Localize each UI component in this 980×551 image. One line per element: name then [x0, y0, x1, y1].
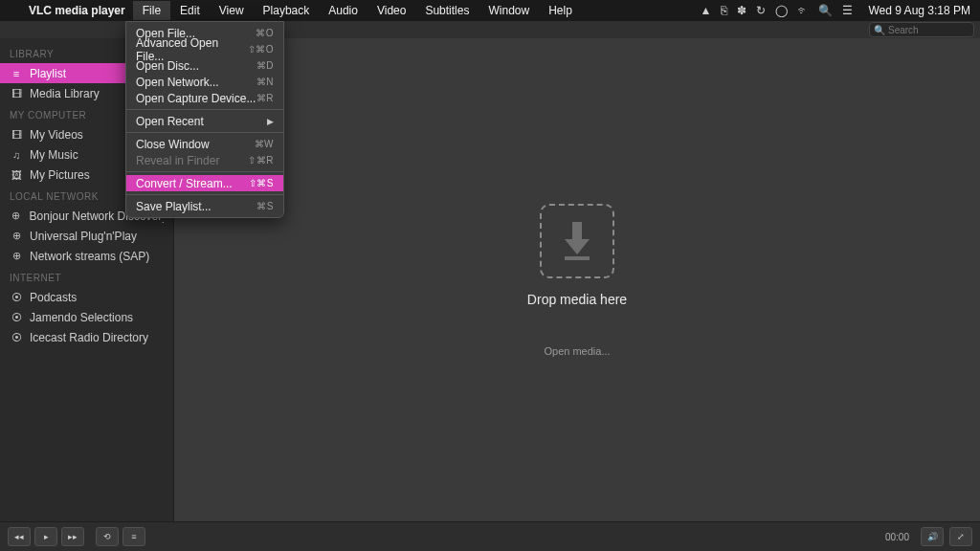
menu-item-shortcut: ⌘S	[256, 201, 274, 211]
playback-controls: ◂◂ ▸ ▸▸ ⟲ ≡ 00:00 🔊 ⤢	[0, 521, 980, 551]
menu-item-label: Convert / Stream...	[136, 177, 233, 190]
menu-item-label: Save Playlist...	[136, 200, 212, 213]
sidebar-item-label: Playlist	[30, 67, 66, 80]
clock[interactable]: Wed 9 Aug 3:18 PM	[868, 4, 970, 17]
menu-item-open-recent[interactable]: Open Recent▶	[126, 113, 283, 129]
menu-item-shortcut: ⌘W	[255, 139, 274, 149]
drop-zone-box	[540, 204, 614, 278]
submenu-arrow-icon: ▶	[267, 117, 274, 126]
user-icon[interactable]: ◯	[775, 4, 788, 17]
sidebar-item-label: My Pictures	[30, 168, 90, 182]
globe-icon: ⊕	[10, 250, 23, 262]
menu-item-shortcut: ⇧⌘S	[249, 178, 274, 188]
menu-item-advanced-open-file[interactable]: Advanced Open File...⇧⌘O	[126, 41, 283, 57]
menu-view[interactable]: View	[210, 1, 254, 20]
film-icon: 🎞	[10, 129, 23, 141]
spotlight-icon[interactable]: 🔍	[818, 4, 833, 17]
sidebar-item-label: Icecast Radio Directory	[30, 331, 148, 344]
drop-zone[interactable]: Drop media here Open media...	[527, 204, 627, 357]
volume-button[interactable]: 🔊	[921, 527, 944, 546]
sidebar-item-label: Universal Plug'n'Play	[30, 230, 137, 243]
list-icon: ≡	[10, 68, 23, 79]
sync-icon[interactable]: ↻	[756, 4, 766, 17]
globe-icon: ⊕	[10, 230, 23, 242]
menu-item-label: Open Disc...	[136, 59, 199, 73]
sidebar-item-icecast-radio-directory[interactable]: ⦿Icecast Radio Directory	[0, 327, 173, 347]
previous-button[interactable]: ◂◂	[8, 527, 31, 546]
music-icon: ♫	[10, 149, 23, 161]
menu-separator	[126, 194, 283, 195]
sidebar-item-label: Media Library	[30, 87, 100, 100]
wifi-icon[interactable]: ᯤ	[797, 4, 809, 17]
sidebar-item-label: Jamendo Selections	[30, 311, 133, 324]
globe-icon: ⊕	[10, 209, 23, 222]
menu-separator	[126, 109, 283, 110]
open-media-link[interactable]: Open media...	[544, 345, 610, 357]
menu-item-shortcut: ⌘O	[256, 28, 274, 38]
menu-item-reveal-in-finder: Reveal in Finder⇧⌘R	[126, 152, 283, 168]
menu-item-close-window[interactable]: Close Window⌘W	[126, 136, 283, 152]
repeat-button[interactable]: ⟲	[96, 527, 119, 546]
menu-item-label: Open Recent	[136, 115, 204, 128]
menu-video[interactable]: Video	[368, 1, 415, 20]
playlist-view-button[interactable]: ≡	[122, 527, 145, 546]
download-arrow-icon	[561, 222, 593, 260]
menu-separator	[126, 171, 283, 172]
play-button[interactable]: ▸	[34, 527, 57, 546]
sidebar-item-jamendo-selections[interactable]: ⦿Jamendo Selections	[0, 307, 173, 327]
drop-title: Drop media here	[527, 292, 627, 307]
fullscreen-button[interactable]: ⤢	[949, 527, 972, 546]
bluetooth-off-icon[interactable]: ✽	[737, 4, 746, 17]
menu-item-shortcut: ⇧⌘O	[248, 44, 274, 55]
search-icon: 🔍	[874, 25, 885, 35]
sidebar-item-label: Network streams (SAP)	[30, 250, 149, 263]
menu-item-shortcut: ⌘N	[256, 77, 274, 87]
next-button[interactable]: ▸▸	[61, 527, 84, 546]
menu-item-open-capture-device[interactable]: Open Capture Device...⌘R	[126, 90, 283, 106]
sidebar-item-label: Podcasts	[30, 291, 77, 304]
file-menu-dropdown: Open File...⌘OAdvanced Open File...⇧⌘OOp…	[125, 21, 284, 218]
menu-item-label: Open Network...	[136, 76, 219, 89]
time-display: 00:00	[885, 532, 909, 542]
content-area: Drop media here Open media...	[174, 38, 980, 521]
menu-audio[interactable]: Audio	[319, 1, 368, 20]
control-center-icon[interactable]: ☰	[842, 4, 853, 17]
menu-item-label: Reveal in Finder	[136, 154, 219, 167]
menu-window[interactable]: Window	[479, 1, 539, 20]
podcast-icon: ⦿	[10, 292, 23, 303]
menu-item-label: Open Capture Device...	[136, 92, 256, 105]
image-icon: 🖼	[10, 169, 23, 181]
menu-item-label: Close Window	[136, 138, 210, 151]
menu-item-save-playlist[interactable]: Save Playlist...⌘S	[126, 198, 283, 214]
menubar-status-area: ▲ ⎘ ✽ ↻ ◯ ᯤ 🔍 ☰ Wed 9 Aug 3:18 PM	[701, 4, 980, 17]
menu-item-shortcut: ⌘R	[256, 93, 274, 103]
attachment-icon[interactable]: ⎘	[721, 4, 727, 17]
sidebar-item-universal-plug-n-play[interactable]: ⊕Universal Plug'n'Play	[0, 226, 173, 246]
app-name[interactable]: VLC media player	[21, 4, 133, 17]
sidebar-item-network-streams-sap-[interactable]: ⊕Network streams (SAP)	[0, 246, 173, 266]
podcast-icon: ⦿	[10, 332, 23, 343]
menu-item-shortcut: ⇧⌘R	[248, 155, 274, 165]
menu-item-convert-stream[interactable]: Convert / Stream...⇧⌘S	[126, 175, 283, 191]
menu-playback[interactable]: Playback	[254, 1, 320, 20]
search-field[interactable]: 🔍	[869, 22, 974, 37]
menu-edit[interactable]: Edit	[170, 1, 210, 20]
menu-subtitles[interactable]: Subtitles	[415, 1, 479, 20]
menu-item-open-network[interactable]: Open Network...⌘N	[126, 74, 283, 90]
menu-file[interactable]: File	[133, 1, 170, 20]
menu-help[interactable]: Help	[539, 1, 582, 20]
menu-separator	[126, 132, 283, 133]
menubar: VLC media player FileEditViewPlaybackAud…	[0, 0, 980, 21]
podcast-icon: ⦿	[10, 312, 23, 323]
search-input[interactable]	[888, 25, 969, 35]
sidebar-item-label: My Videos	[30, 128, 83, 142]
menu-item-shortcut: ⌘D	[256, 60, 274, 71]
sidebar-section-title: INTERNET	[0, 266, 173, 287]
vlc-tray-icon[interactable]: ▲	[701, 4, 712, 17]
film-icon: 🎞	[10, 88, 23, 99]
sidebar-item-podcasts[interactable]: ⦿Podcasts	[0, 287, 173, 307]
sidebar-item-label: My Music	[30, 148, 78, 162]
